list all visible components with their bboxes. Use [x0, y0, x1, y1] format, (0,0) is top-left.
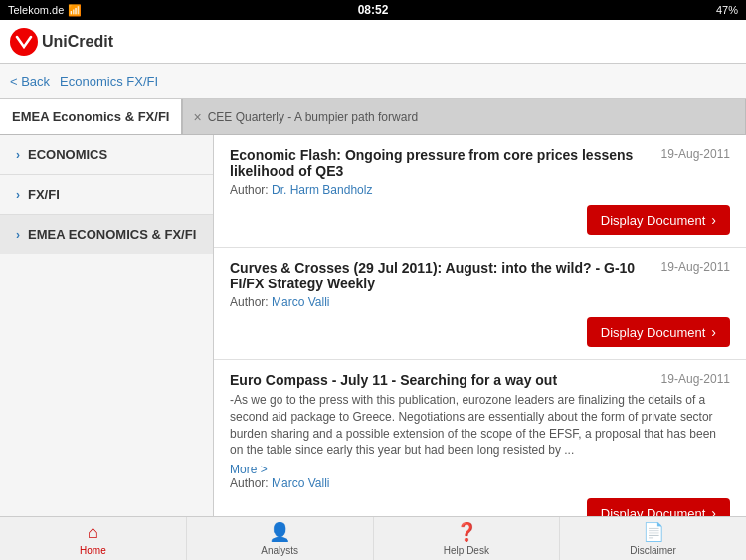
article-3-excerpt: -As we go to the press with this publica… [230, 392, 730, 459]
bottom-tab-home[interactable]: ⌂ Home [0, 517, 187, 560]
battery-label: 47% [716, 4, 738, 16]
article-3: Euro Compass - July 11 - Searching for a… [214, 360, 746, 516]
bottom-bar: ⌂ Home 👤 Analysts ❓ Help Desk 📄 Disclaim… [0, 516, 746, 560]
sidebar-item-economics-label: ECONOMICS [28, 147, 107, 162]
article-3-title: Euro Compass - July 11 - Searching for a… [230, 372, 652, 388]
article-2: Curves & Crosses (29 Jul 2011): August: … [214, 248, 746, 360]
status-bar-left: Telekom.de 📶 [8, 4, 82, 17]
bottom-tab-disclaimer-label: Disclaimer [630, 545, 676, 556]
back-button[interactable]: < Back [10, 74, 50, 89]
article-2-date: 19-Aug-2011 [661, 260, 730, 274]
wifi-icon: 📶 [68, 4, 82, 17]
app-title: UniCredit [42, 33, 113, 51]
content-area: Economic Flash: Ongoing pressure from co… [214, 135, 746, 516]
chevron-icon-emea: › [16, 228, 20, 242]
bottom-tab-disclaimer[interactable]: 📄 Disclaimer [560, 517, 746, 560]
bottom-tab-helpdesk[interactable]: ❓ Help Desk [374, 517, 561, 560]
home-icon: ⌂ [88, 522, 98, 543]
status-bar: Telekom.de 📶 08:52 47% [0, 0, 746, 20]
article-2-header: Curves & Crosses (29 Jul 2011): August: … [230, 260, 730, 291]
nav-current-label: Economics FX/FI [60, 74, 158, 89]
article-2-title: Curves & Crosses (29 Jul 2011): August: … [230, 260, 652, 291]
article-2-display-btn[interactable]: Display Document › [587, 317, 730, 347]
article-1-display-btn[interactable]: Display Document › [587, 205, 730, 235]
bottom-tab-home-label: Home [80, 545, 106, 556]
article-3-date: 19-Aug-2011 [661, 372, 730, 386]
article-3-author-link[interactable]: Marco Valli [272, 476, 329, 490]
article-1-date: 19-Aug-2011 [661, 147, 730, 161]
article-3-header: Euro Compass - July 11 - Searching for a… [230, 372, 730, 388]
tab-active[interactable]: EMEA Economics & FX/FI [0, 99, 182, 134]
arrow-icon-3: › [711, 505, 716, 516]
article-1-author: Author: Dr. Harm Bandholz [230, 183, 730, 197]
disclaimer-icon: 📄 [643, 521, 664, 543]
article-2-footer: Display Document › [230, 317, 730, 347]
article-1-header: Economic Flash: Ongoing pressure from co… [230, 147, 730, 179]
article-2-author: Author: Marco Valli [230, 295, 730, 309]
sidebar-item-fxfi[interactable]: › FX/FI [0, 175, 213, 215]
bottom-tab-helpdesk-label: Help Desk [444, 545, 489, 556]
arrow-icon-2: › [711, 324, 716, 340]
sidebar-item-emea[interactable]: › EMEA ECONOMICS & FX/FI [0, 215, 213, 254]
main-layout: › ECONOMICS › FX/FI › EMEA ECONOMICS & F… [0, 135, 746, 516]
analysts-icon: 👤 [269, 521, 290, 543]
sidebar-item-fxfi-label: FX/FI [28, 187, 60, 202]
sidebar-item-economics[interactable]: › ECONOMICS [0, 135, 213, 175]
article-2-display-label: Display Document [601, 325, 706, 340]
article-1-author-link[interactable]: Dr. Harm Bandholz [272, 183, 372, 197]
logo-icon [10, 28, 38, 56]
bottom-tab-analysts[interactable]: 👤 Analysts [187, 517, 374, 560]
article-1-footer: Display Document › [230, 205, 730, 235]
article-2-author-link[interactable]: Marco Valli [272, 295, 329, 309]
sidebar: › ECONOMICS › FX/FI › EMEA ECONOMICS & F… [0, 135, 214, 516]
article-3-display-btn[interactable]: Display Document › [587, 498, 730, 516]
tab-bar: EMEA Economics & FX/FI × CEE Quarterly -… [0, 99, 746, 135]
sidebar-item-emea-label: EMEA ECONOMICS & FX/FI [28, 227, 196, 242]
tab-close-icon[interactable]: × [193, 109, 201, 125]
article-3-more[interactable]: More > [230, 463, 730, 476]
tab-active-label: EMEA Economics & FX/FI [12, 109, 169, 124]
nav-bar: < Back Economics FX/FI [0, 64, 746, 99]
logo-area: UniCredit [10, 28, 113, 56]
app-header: UniCredit [0, 20, 746, 64]
tab-inactive-label: CEE Quarterly - A bumpier path forward [208, 110, 418, 124]
tab-inactive[interactable]: × CEE Quarterly - A bumpier path forward [182, 99, 746, 134]
article-3-footer: Display Document › [230, 498, 730, 516]
article-3-author: Author: Marco Valli [230, 476, 730, 490]
article-1: Economic Flash: Ongoing pressure from co… [214, 135, 746, 248]
article-1-display-label: Display Document [601, 213, 706, 228]
bottom-tab-analysts-label: Analysts [261, 545, 298, 556]
carrier-label: Telekom.de [8, 4, 64, 16]
arrow-icon-1: › [711, 212, 716, 228]
article-3-display-label: Display Document [601, 506, 706, 516]
status-bar-right: 47% [716, 4, 738, 16]
chevron-icon-economics: › [16, 148, 20, 162]
chevron-icon-fxfi: › [16, 188, 20, 202]
status-bar-time: 08:52 [358, 3, 389, 17]
helpdesk-icon: ❓ [456, 521, 477, 543]
article-1-title: Economic Flash: Ongoing pressure from co… [230, 147, 652, 179]
